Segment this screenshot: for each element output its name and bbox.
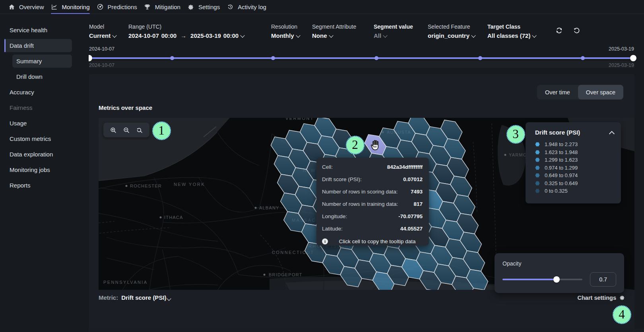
slider-track[interactable]: [89, 57, 633, 59]
timeline-end-sublabel: 2025-03-19: [609, 62, 634, 68]
timeline-start-sublabel: 2024-10-07: [89, 62, 114, 68]
tooltip-row-label: Number of rows in scoring data:: [322, 189, 398, 195]
city-dot: [264, 274, 266, 276]
segment-attribute-value: None: [312, 32, 327, 39]
map-label: BRIDGEPORT: [269, 272, 303, 277]
map-road: [259, 134, 272, 208]
map-road: [149, 178, 164, 290]
zoom-reset-button[interactable]: [135, 126, 144, 135]
tooltip-row-value: -70.07795: [398, 213, 423, 219]
tooltip-row: Cell:842a34dffffffff: [322, 161, 423, 173]
sidebar-item-drill-down[interactable]: Drill down: [12, 70, 72, 83]
history-icon: [227, 3, 234, 10]
chevron-down-icon: [384, 33, 387, 37]
selected-feature-control[interactable]: Selected Feature origin_country: [428, 23, 475, 39]
sidebar-item-accuracy[interactable]: Accuracy: [6, 86, 72, 99]
reset-button[interactable]: [573, 27, 582, 35]
legend-item-label: 1.299 to 1.623: [545, 157, 578, 163]
metric-selector[interactable]: Drift score (PSI): [121, 294, 171, 301]
sidebar-item-label: Service health: [10, 27, 47, 33]
refresh-button[interactable]: [555, 27, 564, 35]
target-class-label: Target Class: [487, 23, 536, 30]
map-road: [99, 213, 158, 229]
metric-label: Metric:: [99, 294, 118, 301]
tooltip-row: Latitude:44.05527: [322, 223, 423, 235]
target-class-control[interactable]: Target Class All classes (72): [487, 23, 536, 39]
chevron-down-icon: [167, 296, 171, 300]
sidebar-item-reports[interactable]: Reports: [6, 179, 72, 192]
tooltip-row: Number of rows in scoring data:7493: [322, 186, 423, 198]
map-road: [107, 237, 194, 248]
tooltip-row-label: Latitude:: [322, 226, 343, 232]
legend-item-label: 1.948 to 2.273: [545, 141, 578, 147]
slider-tick: [374, 56, 378, 60]
sidebar-item-custom-metrics[interactable]: Custom metrics: [6, 132, 72, 145]
tooltip-row-label: Drift score (PSI):: [322, 176, 362, 182]
range-to-time: 00:00: [223, 32, 239, 39]
toggle-over-time[interactable]: Over time: [537, 85, 578, 100]
nav-item-predictions[interactable]: Predictions: [97, 0, 137, 14]
range-from-date: 2024-10-07: [128, 32, 159, 39]
map-road: [178, 256, 222, 279]
legend-item-label: 0.649 to 0.974: [545, 172, 578, 178]
segment-attribute-control[interactable]: Segment Attribute None: [312, 23, 356, 39]
sidebar-item-label: Data drift: [10, 42, 34, 49]
sidebar-item-data-drift[interactable]: Data drift: [6, 39, 72, 52]
nav-item-monitoring[interactable]: Monitoring: [51, 0, 90, 14]
selected-feature-label: Selected Feature: [428, 23, 475, 30]
tooltip-footer: Click cell to copy the tooltip data: [332, 238, 423, 244]
sidebar-item-summary[interactable]: Summary: [12, 55, 72, 68]
target-class-value: All classes (72): [487, 32, 530, 39]
view-toggle: Over timeOver space: [537, 85, 623, 100]
chart-settings-button[interactable]: Chart settings: [578, 295, 625, 301]
gear-icon: [619, 295, 625, 301]
opacity-slider-handle[interactable]: [553, 276, 560, 283]
legend-item: 0.325 to 0.649: [535, 180, 614, 187]
timeline-start-label: 2024-10-07: [89, 46, 114, 52]
opacity-label: Opacity: [502, 260, 616, 267]
segment-value-control[interactable]: Segment value All: [374, 23, 413, 39]
hex-chip-icon: [535, 158, 540, 162]
resolution-label: Resolution: [271, 23, 300, 30]
tooltip-row-value: 0.07012: [403, 176, 423, 182]
nav-item-activity-log[interactable]: Activity log: [227, 0, 266, 14]
sidebar-item-service-health[interactable]: Service health: [6, 23, 72, 37]
slider-tick: [170, 56, 174, 60]
map-road: [218, 133, 259, 166]
chevron-down-icon: [113, 33, 116, 37]
opacity-slider[interactable]: [502, 276, 582, 283]
range-control[interactable]: Range (UTC) 2024-10-07 00:00 → 2025-03-1…: [128, 23, 244, 39]
sidebar-item-data-exploration[interactable]: Data exploration: [6, 148, 72, 161]
nav-item-overview[interactable]: Overview: [8, 0, 44, 14]
sidebar-item-label: Fairness: [10, 104, 33, 111]
nav-item-label: Settings: [198, 4, 220, 10]
legend-item-label: 1.623 to 1.948: [545, 149, 578, 155]
metrics-panel: Over timeOver space Metrics over space V…: [89, 74, 634, 329]
segment-value-label: Segment value: [374, 23, 413, 30]
chevron-down-icon: [472, 33, 475, 37]
legend-item: 1.299 to 1.623: [535, 156, 614, 164]
sidebar-item-usage[interactable]: Usage: [6, 117, 72, 130]
nav-item-mitigation[interactable]: Mitigation: [144, 0, 180, 14]
top-nav: OverviewMonitoringPredictionsMitigationS…: [0, 0, 644, 14]
tooltip-row-value: 817: [413, 201, 423, 207]
slider-handle-end[interactable]: [630, 55, 636, 61]
sidebar-item-monitoring-jobs[interactable]: Monitoring jobs: [6, 163, 72, 176]
chevron-down-icon: [330, 33, 333, 37]
model-control[interactable]: Model Current: [89, 23, 116, 39]
tooltip-row-value: 7493: [411, 189, 423, 195]
hex-chip-icon: [535, 181, 540, 186]
tooltip-row: Longitude:-70.07795: [322, 210, 423, 223]
zoom-in-button[interactable]: [109, 126, 118, 135]
sidebar-item-fairness[interactable]: Fairness: [6, 101, 72, 114]
chevron-up-icon[interactable]: [610, 131, 614, 135]
panel-title: Metrics over space: [99, 104, 152, 111]
sidebar: Service healthData driftSummaryDrill dow…: [0, 14, 89, 332]
opacity-value-input[interactable]: 0.7: [590, 272, 616, 287]
resolution-control[interactable]: Resolution Monthly: [271, 23, 300, 39]
hex-chip-icon: [535, 189, 540, 193]
toggle-over-space[interactable]: Over space: [578, 85, 623, 100]
zoom-out-button[interactable]: [122, 126, 131, 135]
nav-item-settings[interactable]: Settings: [187, 0, 220, 14]
nav-item-label: Activity log: [238, 4, 266, 10]
